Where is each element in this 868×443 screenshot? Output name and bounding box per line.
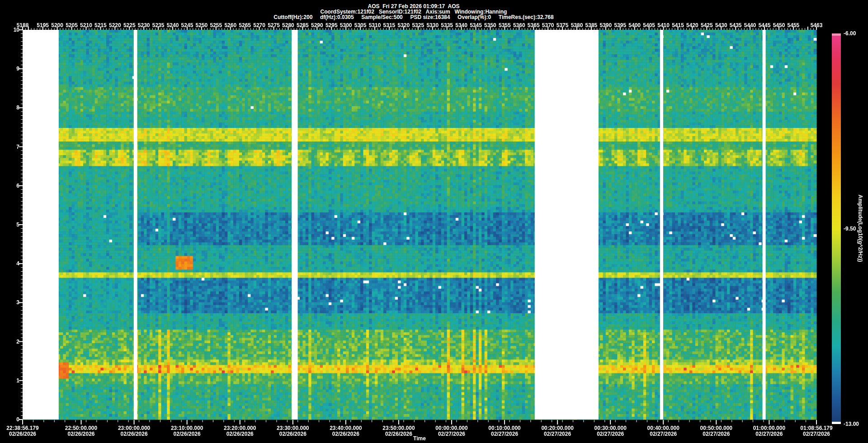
record-axis-label: 5245: [181, 22, 193, 28]
time-axis-label: 22:38:56.17902/26/2026: [6, 425, 38, 437]
date-label: 02/27/2026: [800, 431, 832, 437]
record-axis-label: 5200: [51, 22, 63, 28]
record-axis-label: 5425: [701, 22, 713, 28]
date-label: 02/26/2026: [6, 431, 38, 437]
frequency-axis-label: 3: [16, 299, 19, 306]
frequency-axis-label: 7: [16, 144, 19, 150]
date-label: 02/27/2026: [488, 431, 520, 437]
colorbar-bottom-cap: [832, 422, 841, 424]
record-axis-label: 5275: [268, 22, 280, 28]
colorbar-tick-label: -9.50: [844, 226, 856, 232]
record-axis-label: 5250: [196, 22, 208, 28]
date-label: 02/27/2026: [594, 431, 626, 437]
time-axis-label: 00:00:00.00002/27/2026: [435, 425, 467, 437]
record-axis-label: 5225: [123, 22, 136, 28]
record-axis-label: 5445: [759, 22, 771, 28]
frequency-axis-label: 10: [14, 27, 19, 33]
frequency-axis-label: 1: [16, 377, 19, 384]
date-label: 02/26/2026: [65, 431, 97, 437]
colorbar-tick-label: -6.00: [844, 30, 856, 37]
colorbar: [832, 33, 841, 424]
time-axis-label: 01:00:00.00002/27/2026: [753, 425, 785, 437]
record-axis-label: 5295: [326, 22, 338, 28]
time-axis-title: Time: [413, 435, 426, 442]
record-axis-label: 5430: [715, 22, 727, 28]
time-label: 23:50:00.000: [382, 425, 415, 431]
record-axis-label: 5345: [470, 22, 482, 28]
record-axis-label: 5280: [282, 22, 294, 28]
time-label: 23:40:00.000: [330, 425, 362, 431]
record-axis-label: 5415: [672, 22, 684, 28]
record-axis-label: 5335: [441, 22, 453, 28]
record-axis-label: 5235: [152, 22, 165, 28]
date-label: 02/27/2026: [541, 431, 573, 437]
time-axis-label: 00:10:00.00002/27/2026: [488, 425, 520, 437]
record-axis-label: 5355: [499, 22, 511, 28]
date-label: 02/26/2026: [382, 431, 415, 437]
time-label: 23:10:00.000: [171, 425, 203, 431]
record-axis-label: 5420: [686, 22, 698, 28]
time-axis-label: 23:10:00.00002/26/2026: [171, 425, 203, 437]
record-axis-label: 5315: [383, 22, 396, 28]
time-axis-label: 00:50:00.00002/27/2026: [700, 425, 732, 437]
record-axis-label: 5220: [109, 22, 121, 28]
time-label: 01:00:00.000: [753, 425, 785, 431]
time-axis-label: 00:40:00.00002/27/2026: [647, 425, 679, 437]
record-axis-label: 5350: [484, 22, 496, 28]
record-axis-label: 5390: [600, 22, 612, 28]
colorbar-top-cap: [832, 33, 841, 36]
frequency-axis-label: 4: [16, 260, 19, 267]
date-label: 02/26/2026: [171, 431, 203, 437]
time-axis-label: 00:30:00.00002/27/2026: [594, 425, 626, 437]
record-axis-label: 5320: [398, 22, 410, 28]
record-axis-label: 5210: [80, 22, 92, 28]
date-label: 02/27/2026: [647, 431, 679, 437]
record-axis-label: 5380: [571, 22, 583, 28]
colorbar-title: Amplitude(Log10(g^2/Hz)): [857, 195, 863, 262]
time-axis-label: 23:50:00.00002/26/2026: [382, 425, 415, 437]
frequency-axis-label: 0: [16, 416, 19, 423]
time-label: 22:50:00.000: [65, 425, 97, 431]
time-label: 00:10:00.000: [488, 425, 520, 431]
date-label: 02/26/2026: [224, 431, 256, 437]
record-axis-label: 5330: [426, 22, 439, 28]
frequency-axis-label: 5: [16, 222, 19, 228]
time-axis-label: 23:00:00.00002/26/2026: [118, 425, 150, 437]
record-axis-label: 5360: [513, 22, 525, 28]
time-axis-label: 23:20:00.00002/26/2026: [224, 425, 256, 437]
time-label: 23:00:00.000: [118, 425, 150, 431]
record-axis-label: 5385: [585, 22, 598, 28]
record-axis-label: 5325: [412, 22, 424, 28]
frequency-axis-label: 8: [16, 104, 19, 111]
record-axis-label: 5215: [94, 22, 107, 28]
time-axis-label: 01:08:56.17902/27/2026: [800, 425, 832, 437]
record-axis-label: 5240: [167, 22, 179, 28]
record-axis-label: 5463: [811, 22, 823, 28]
frequency-axis-label: 6: [16, 183, 19, 189]
date-label: 02/27/2026: [435, 431, 467, 437]
date-label: 02/26/2026: [118, 431, 150, 437]
aos-spectrogram-window: { "header": { "line1": "AOS Fri 27 Feb 2…: [0, 0, 868, 443]
record-axis-label: 5255: [210, 22, 222, 28]
record-axis-label: 5435: [730, 22, 742, 28]
record-axis-label: 5270: [253, 22, 265, 28]
record-axis-label: 5205: [66, 22, 78, 28]
record-axis-label: 5395: [614, 22, 626, 28]
time-axis-label: 23:40:00.00002/26/2026: [330, 425, 362, 437]
date-label: 02/27/2026: [700, 431, 732, 437]
time-label: 00:40:00.000: [647, 425, 679, 431]
time-label: 22:38:56.179: [6, 425, 38, 431]
record-axis-label: 5400: [628, 22, 641, 28]
date-label: 02/26/2026: [330, 431, 362, 437]
record-axis-label: 5365: [528, 22, 540, 28]
colorbar-tick-label: -13.00: [844, 421, 859, 427]
time-axis-label: 00:20:00.00002/27/2026: [541, 425, 573, 437]
time-label: 00:00:00.000: [435, 425, 467, 431]
record-axis-label: 5195: [37, 22, 49, 28]
spectrogram-canvas[interactable]: [0, 0, 868, 443]
record-axis-label: 5410: [657, 22, 670, 28]
record-axis-label: 5290: [311, 22, 323, 28]
date-label: 02/26/2026: [277, 431, 309, 437]
time-label: 01:08:56.179: [800, 425, 832, 431]
frequency-axis-label: 9: [16, 66, 19, 72]
